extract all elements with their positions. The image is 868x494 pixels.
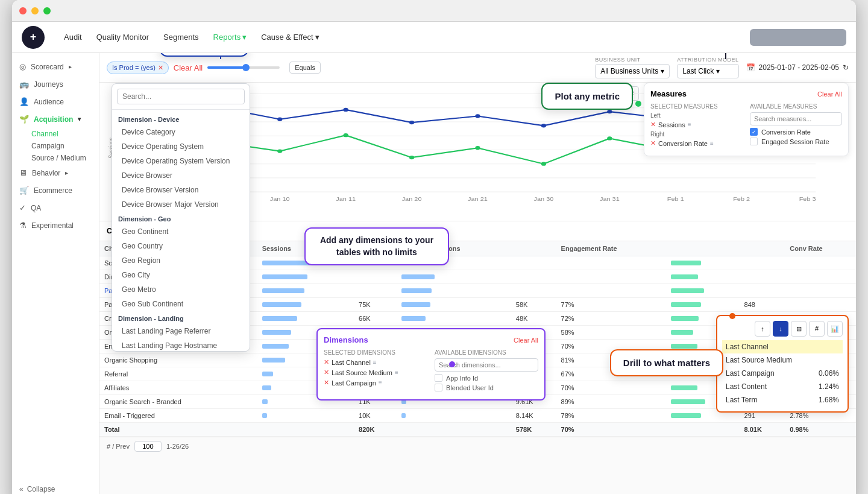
sidebar-sub-channel[interactable]: Channel [12, 128, 99, 140]
drag-sessions-icon[interactable]: ≡ [688, 121, 691, 128]
dim-device-category[interactable]: Device Category [112, 125, 250, 139]
sidebar-sub-campaign[interactable]: Campaign [12, 140, 99, 152]
cell-eng-val [511, 270, 556, 284]
date-range-value: 2025-01-07 - 2025-02-05 [759, 63, 839, 72]
sidebar-item-journeys[interactable]: 🚌 Journeys [12, 75, 99, 93]
dim-geo-sub-continent[interactable]: Geo Sub Continent [112, 297, 250, 311]
drill-hash-btn[interactable]: # [809, 321, 825, 337]
sidebar-item-behavior[interactable]: 🖥 Behavior ▸ [12, 164, 99, 182]
filter-slider[interactable] [207, 66, 280, 69]
measure-conv-rate-label: Conversion Rate [658, 140, 708, 147]
dim-search-input[interactable] [117, 89, 245, 104]
maximize-dot[interactable] [43, 7, 51, 14]
sidebar-item-ecommerce[interactable]: 🛒 Ecommerce [12, 182, 99, 199]
date-range[interactable]: 📅 2025-01-07 - 2025-02-05 ↻ [746, 63, 849, 72]
remove-last-channel-icon[interactable]: ✕ [324, 358, 329, 366]
drill-last-source[interactable]: Last Source Medium [722, 353, 843, 367]
dim-device-browser-version[interactable]: Device Browser Version [112, 183, 250, 197]
attr-select[interactable]: Last Click ▾ [677, 64, 738, 78]
dim-geo-country[interactable]: Geo Country [112, 239, 250, 253]
sidebar-item-qa[interactable]: ✓ QA [12, 199, 99, 217]
measures-search-input[interactable] [750, 112, 842, 125]
cell-rate-pct [556, 270, 666, 284]
nav-reports[interactable]: Reports ▾ [213, 30, 247, 44]
logo[interactable]: + [22, 26, 45, 49]
cell-eng-val: 48K [511, 312, 556, 326]
business-unit-filter: BUSINESS UNIT All Business Units ▾ [595, 57, 670, 78]
col-conv-rate: Conv Rate [785, 241, 856, 256]
drag-last-channel-icon[interactable]: ≡ [373, 359, 377, 366]
col-eng-sessions-val [511, 241, 556, 256]
drill-chart-btn[interactable]: 📊 [827, 321, 843, 337]
drill-last-campaign-val: 0.06% [819, 369, 839, 378]
nav-segments[interactable]: Segments [163, 30, 199, 44]
nav-quality-monitor[interactable]: Quality Monitor [96, 30, 149, 44]
svg-point-30 [344, 133, 348, 137]
measure-avail-conv-rate[interactable]: ✓ Conversion Rate [750, 128, 842, 136]
drag-last-source-icon[interactable]: ≡ [395, 369, 398, 376]
slider-track[interactable] [207, 66, 280, 69]
measure-avail-engaged-session[interactable]: Engaged Session Rate [750, 138, 842, 145]
cell-conv [785, 270, 856, 284]
refresh-icon[interactable]: ↻ [843, 63, 849, 72]
sidebar-item-acquisition[interactable]: 🌱 Acquisition ▾ [12, 110, 99, 128]
slider-thumb[interactable] [242, 64, 250, 71]
drill-down-btn[interactable]: ↓ [773, 321, 788, 337]
sidebar-label-acquisition: Acquisition [34, 115, 73, 124]
drag-conv-rate-icon[interactable]: ≡ [710, 140, 714, 147]
dim-device-os[interactable]: Device Operating System [112, 139, 250, 154]
nav-cause-effect[interactable]: Cause & Effect ▾ [261, 30, 319, 44]
remove-sessions-icon[interactable]: ✕ [650, 121, 656, 128]
user-profile[interactable] [750, 29, 846, 46]
nav-audit[interactable]: Audit [64, 30, 82, 44]
sidebar-sub-source-medium[interactable]: Source / Medium [12, 152, 99, 164]
minimize-dot[interactable] [31, 7, 39, 14]
cell-eng-bar [397, 298, 511, 312]
dim-device-browser[interactable]: Device Browser [112, 168, 250, 183]
sidebar-item-audience[interactable]: 👤 Audience [12, 93, 99, 110]
cell-channel: Referral [99, 367, 257, 381]
cell-extra: 848 [740, 298, 785, 312]
filter-tag-prod[interactable]: Is Prod = (yes) ✕ [107, 62, 169, 74]
measures-left-label: Left [650, 112, 743, 119]
cell-rate-pct [556, 284, 666, 298]
dim-geo-region[interactable]: Geo Region [112, 253, 250, 268]
sidebar-item-experimental[interactable]: ⚗ Experimental [12, 217, 99, 234]
remove-last-source-icon[interactable]: ✕ [324, 369, 329, 376]
dim-avail-app-info[interactable]: App Info Id [435, 374, 538, 382]
dim-geo-continent[interactable]: Geo Continent [112, 224, 250, 239]
dim-device-browser-major[interactable]: Device Browser Major Version [112, 197, 250, 212]
sidebar-item-scorecard[interactable]: ◎ Scorecard ▸ [12, 58, 99, 75]
measures-clear-button[interactable]: Clear All [817, 90, 842, 98]
dim-landing-hostname[interactable]: Last Landing Page Hostname [112, 338, 250, 351]
clear-all-button[interactable]: Clear All [174, 63, 203, 72]
remove-conv-rate-icon[interactable]: ✕ [650, 139, 656, 147]
dim-device-os-version[interactable]: Device Operating System Version [112, 154, 250, 168]
drill-last-campaign[interactable]: Last Campaign 0.06% [722, 367, 843, 380]
dim-app-info-label: App Info Id [446, 375, 478, 382]
drill-last-content[interactable]: Last Content 1.24% [722, 380, 843, 393]
total-rate-bar [666, 423, 740, 437]
tooltip-filter-dim: Filter using anydimension [160, 53, 248, 57]
drag-last-campaign-icon[interactable]: ≡ [379, 379, 382, 386]
dim-panel-clear-button[interactable]: Clear All [514, 337, 538, 344]
remove-last-campaign-icon[interactable]: ✕ [324, 379, 329, 387]
close-dot[interactable] [19, 7, 27, 14]
dim-avail-blended-user[interactable]: Blended User Id [435, 384, 538, 391]
dim-landing-referrer[interactable]: Last Landing Page Referrer [112, 324, 250, 338]
filter-remove-icon[interactable]: ✕ [158, 64, 163, 72]
cell-sessions-val [354, 270, 397, 284]
sidebar-collapse-button[interactable]: « Collapse [12, 480, 99, 494]
drill-up-btn[interactable]: ↑ [755, 321, 770, 337]
rows-per-page-input[interactable] [134, 441, 162, 452]
drill-table-btn[interactable]: ⊞ [791, 321, 807, 337]
sidebar-label-scorecard: Scorecard [31, 63, 64, 71]
bu-select[interactable]: All Business Units ▾ [595, 64, 670, 78]
drill-last-term[interactable]: Last Term 1.68% [722, 393, 843, 407]
drill-last-channel[interactable]: Last Channel [722, 340, 843, 353]
sidebar-label-journeys: Journeys [34, 80, 63, 89]
dim-geo-metro[interactable]: Geo Metro [112, 282, 250, 297]
dimension-dropdown[interactable]: Dimension - Device Device Category Devic… [112, 83, 250, 352]
dim-geo-city[interactable]: Geo City [112, 268, 250, 282]
svg-text:Jan 21: Jan 21 [468, 196, 488, 202]
